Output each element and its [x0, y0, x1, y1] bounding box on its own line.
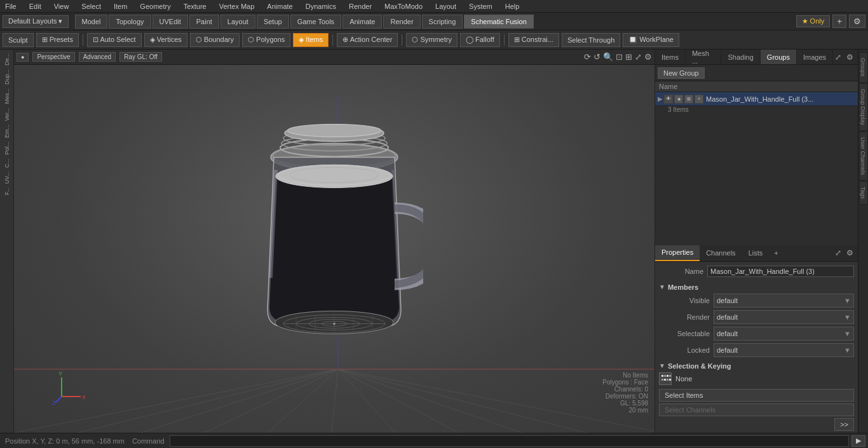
- settings-icon[interactable]: ⚙: [644, 52, 652, 62]
- menu-system[interactable]: System: [466, 3, 495, 10]
- sidebar-item-1[interactable]: Dup...: [4, 68, 10, 86]
- sidebar-item-5[interactable]: Pol...: [4, 140, 10, 156]
- props-expand-icon[interactable]: ⤢: [833, 248, 843, 258]
- ray-gl-btn[interactable]: Ray GL: Off: [119, 52, 162, 62]
- arrow-button[interactable]: >>: [834, 418, 854, 431]
- scene-extra-icon[interactable]: +: [695, 95, 703, 104]
- tab-groups[interactable]: Groups: [761, 50, 797, 64]
- viewport-canvas[interactable]: X Y Z No Items Polygons : Face Channels:…: [14, 65, 654, 433]
- viewport-3d[interactable]: X Y Z No Items Polygons : Face Channels:…: [14, 65, 654, 433]
- sidebar-item-2[interactable]: Mes...: [4, 87, 10, 105]
- expand-icon[interactable]: ⊞: [625, 52, 632, 62]
- tab-layout[interactable]: Layout: [220, 15, 255, 29]
- menu-layout[interactable]: Layout: [433, 3, 459, 10]
- tab-lists[interactable]: Lists: [742, 245, 770, 261]
- menu-dynamics[interactable]: Dynamics: [303, 3, 339, 10]
- visible-dropdown[interactable]: default ▼: [714, 294, 854, 308]
- menu-item[interactable]: Item: [111, 3, 130, 10]
- menu-edit[interactable]: Edit: [27, 3, 44, 10]
- sidebar-item-8[interactable]: F...: [4, 186, 10, 196]
- polygons-button[interactable]: ⬡ Polygons: [242, 33, 290, 47]
- workplane-button[interactable]: 🔲 WorkPlane: [623, 33, 679, 47]
- auto-select-button[interactable]: ⊡ Auto Select: [87, 33, 142, 47]
- command-input[interactable]: [170, 435, 849, 447]
- tab-shading[interactable]: Shading: [721, 50, 760, 64]
- menu-render[interactable]: Render: [346, 3, 374, 10]
- scene-settings-icon[interactable]: ⚙: [844, 52, 855, 62]
- viewport[interactable]: ● Perspective Advanced Ray GL: Off ⟳ ↺ 🔍…: [14, 50, 654, 433]
- fullscreen-icon[interactable]: ⤢: [635, 52, 642, 62]
- tab-properties[interactable]: Properties: [655, 245, 700, 261]
- viewport-mode-btn[interactable]: ●: [17, 53, 29, 62]
- tab-game-tools[interactable]: Game Tools: [290, 15, 342, 29]
- settings-button[interactable]: ⚙: [849, 15, 865, 28]
- advanced-btn[interactable]: Advanced: [79, 52, 116, 62]
- tab-items[interactable]: Items: [655, 50, 686, 64]
- new-group-button[interactable]: New Group: [658, 67, 705, 79]
- scene-lock-icon[interactable]: ⊞: [684, 95, 693, 104]
- add-props-tab-button[interactable]: +: [771, 249, 780, 257]
- render-dropdown[interactable]: default ▼: [714, 310, 854, 324]
- sculpt-button[interactable]: Sculpt: [3, 33, 34, 47]
- constraints-button[interactable]: ⊞ Constrai...: [508, 33, 559, 47]
- tab-mesh[interactable]: Mesh ...: [686, 50, 722, 64]
- selection-keying-arrow[interactable]: ▼: [659, 362, 665, 369]
- symmetry-button[interactable]: ⬡ Symmetry: [406, 33, 458, 47]
- tab-model[interactable]: Model: [75, 15, 108, 29]
- sidebar-item-4[interactable]: Em...: [4, 123, 10, 139]
- orbit-icon[interactable]: ⟳: [584, 52, 591, 62]
- tab-channels[interactable]: Channels: [700, 245, 742, 261]
- select-through-button[interactable]: Select Through: [562, 33, 620, 47]
- command-go-button[interactable]: ▶: [851, 435, 865, 447]
- menu-animate[interactable]: Animate: [264, 3, 295, 10]
- tab-setup[interactable]: Setup: [257, 15, 289, 29]
- add-layout-button[interactable]: +: [832, 15, 846, 28]
- perspective-btn[interactable]: Perspective: [32, 52, 74, 62]
- layout-dropdown[interactable]: Default Layouts ▾: [3, 15, 69, 28]
- menu-maxtomode[interactable]: MaxToModo: [382, 3, 425, 10]
- select-channels-button[interactable]: Select Channels: [659, 404, 854, 416]
- boundary-button[interactable]: ⬡ Boundary: [190, 33, 240, 47]
- menu-vertex-map[interactable]: Vertex Map: [217, 3, 257, 10]
- sidebar-item-0[interactable]: De...: [4, 52, 10, 67]
- scene-visibility-icon[interactable]: 👁: [664, 95, 673, 104]
- menu-view[interactable]: View: [51, 3, 72, 10]
- rs-tab-groups[interactable]: Groups: [859, 52, 868, 83]
- rs-tab-group-display[interactable]: Group Display: [859, 83, 868, 131]
- scene-expand-icon[interactable]: ⤢: [833, 52, 843, 62]
- locked-dropdown[interactable]: default ▼: [714, 343, 854, 357]
- tab-paint[interactable]: Paint: [189, 15, 219, 29]
- items-button[interactable]: ◈ Items: [293, 33, 329, 47]
- tab-uvedit[interactable]: UVEdit: [153, 15, 188, 29]
- selectable-dropdown[interactable]: default ▼: [714, 327, 854, 341]
- select-items-button[interactable]: Select Items: [659, 389, 854, 402]
- presets-button[interactable]: ⊞ Presets: [36, 33, 79, 47]
- pan-icon[interactable]: ↺: [593, 52, 600, 62]
- falloff-button[interactable]: ◯ Falloff: [460, 33, 500, 47]
- sidebar-item-7[interactable]: UV...: [4, 170, 10, 185]
- tab-topology[interactable]: Topology: [109, 15, 151, 29]
- menu-file[interactable]: File: [3, 3, 19, 10]
- rs-tab-user-channels[interactable]: User Channels: [859, 132, 868, 181]
- tab-images[interactable]: Images: [797, 50, 833, 64]
- fit-icon[interactable]: ⊡: [616, 52, 623, 62]
- sidebar-item-3[interactable]: Ver...: [4, 107, 10, 123]
- rs-tab-tags[interactable]: Tags: [859, 181, 868, 205]
- tab-render[interactable]: Render: [383, 15, 420, 29]
- sidebar-item-6[interactable]: C...: [4, 158, 10, 169]
- tab-animate[interactable]: Animate: [342, 15, 382, 29]
- vertices-button[interactable]: ◈ Vertices: [144, 33, 187, 47]
- scene-expand-arrow[interactable]: ▶: [658, 95, 663, 102]
- scene-item-mason-jar[interactable]: ▶ 👁 ◈ ⊞ + Mason_Jar_With_Handle_Full (3.…: [655, 92, 858, 106]
- menu-geometry[interactable]: Geometry: [137, 3, 173, 10]
- menu-texture[interactable]: Texture: [181, 3, 209, 10]
- tab-schematic-fusion[interactable]: Schematic Fusion: [464, 15, 533, 29]
- name-input[interactable]: [707, 266, 854, 277]
- menu-select[interactable]: Select: [79, 3, 104, 10]
- zoom-icon[interactable]: 🔍: [603, 52, 613, 62]
- action-center-button[interactable]: ⊕ Action Center: [337, 33, 398, 47]
- scene-render-icon[interactable]: ◈: [674, 95, 683, 104]
- props-settings-icon[interactable]: ⚙: [844, 248, 855, 258]
- menu-help[interactable]: Help: [503, 3, 522, 10]
- tab-scripting[interactable]: Scripting: [422, 15, 463, 29]
